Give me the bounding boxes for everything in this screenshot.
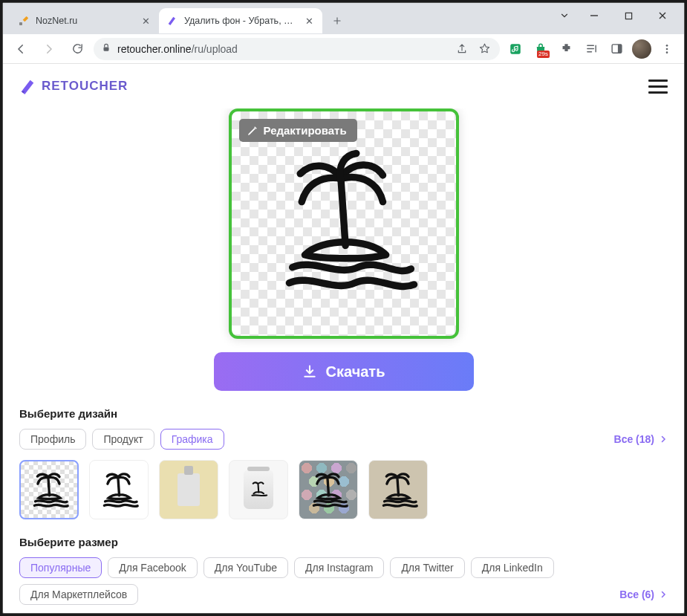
result-preview: Редактировать (229, 108, 459, 339)
size-chip-linkedin[interactable]: Для LinkedIn (471, 557, 554, 578)
size-chip-youtube[interactable]: Для YouTube (204, 557, 288, 578)
svg-rect-1 (625, 13, 631, 19)
window-controls (549, 3, 683, 28)
site-header: RETOUCHER (3, 64, 684, 108)
svg-point-6 (666, 45, 668, 47)
browser-tab-2[interactable]: Удалить фон - Убрать, вырезать ✕ (159, 8, 322, 33)
chevron-right-icon (659, 435, 668, 444)
design-thumbs (19, 460, 668, 519)
extension-music-icon[interactable] (504, 38, 527, 60)
extensions-icon[interactable] (555, 38, 577, 60)
size-chip-marketplaces[interactable]: Для Маркетплейсов (19, 584, 138, 605)
brand-label: RETOUCHER (42, 79, 128, 94)
star-icon[interactable] (476, 42, 492, 55)
brand-logo[interactable]: RETOUCHER (19, 78, 128, 94)
profile-avatar[interactable] (631, 38, 653, 60)
svg-point-8 (666, 51, 668, 54)
design-thumb-pattern[interactable] (299, 460, 358, 519)
design-see-all[interactable]: Все (18) (614, 433, 668, 445)
browser-toolbar: retoucher.online/ru/upload 29s (3, 34, 684, 64)
svg-rect-0 (19, 22, 22, 25)
wrench-icon (18, 15, 30, 27)
address-bar[interactable]: retoucher.online/ru/upload (94, 38, 500, 60)
retoucher-icon (166, 15, 178, 27)
size-chip-twitter[interactable]: Для Twitter (390, 557, 464, 578)
maximize-button[interactable] (611, 4, 645, 27)
svg-rect-2 (104, 47, 109, 51)
window-titlebar: NozNet.ru ✕ Удалить фон - Убрать, выреза… (3, 3, 684, 34)
size-chip-instagram[interactable]: Для Instagram (294, 557, 384, 578)
download-button[interactable]: Скачать (214, 352, 474, 391)
menu-icon[interactable] (656, 38, 678, 60)
size-chip-row: Популярные Для Facebook Для YouTube Для … (19, 557, 668, 605)
close-icon[interactable]: ✕ (303, 15, 315, 27)
minimize-button[interactable] (577, 4, 611, 27)
sidepanel-icon[interactable] (605, 38, 628, 60)
design-thumb-transparent[interactable] (19, 460, 79, 519)
retoucher-logo-icon (19, 78, 36, 94)
close-window-button[interactable] (645, 4, 680, 27)
size-see-all[interactable]: Все (6) (619, 589, 668, 600)
hamburger-menu[interactable] (648, 80, 668, 94)
back-button[interactable] (9, 37, 33, 61)
lock-icon (101, 42, 111, 55)
size-chip-facebook[interactable]: Для Facebook (108, 557, 198, 578)
tab-label: NozNet.ru (36, 16, 134, 26)
extension-shop-icon[interactable]: 29s (530, 38, 552, 60)
edit-label: Редактировать (264, 124, 347, 137)
design-chip-row: Профиль Продукт Графика Все (18) (19, 429, 668, 450)
close-icon[interactable]: ✕ (140, 15, 152, 27)
url-text: retoucher.online/ru/upload (117, 43, 448, 55)
design-thumb-white[interactable] (89, 460, 149, 519)
download-label: Скачать (326, 363, 385, 380)
browser-tab-1[interactable]: NozNet.ru ✕ (10, 8, 159, 33)
forward-button[interactable] (37, 37, 61, 61)
page-content: Редактировать (3, 108, 684, 613)
design-chip-profile[interactable]: Профиль (19, 429, 86, 450)
download-icon (302, 364, 317, 379)
design-section-title: Выберите дизайн (19, 407, 668, 420)
reading-list-icon[interactable] (580, 38, 602, 60)
design-chip-graphics[interactable]: Графика (160, 429, 224, 450)
design-thumb-cup[interactable] (229, 460, 288, 519)
share-icon[interactable] (454, 43, 470, 55)
design-thumb-beige[interactable] (368, 460, 428, 519)
design-chip-product[interactable]: Продукт (92, 429, 154, 450)
chevron-down-icon[interactable] (552, 4, 577, 27)
extension-badge: 29s (537, 51, 550, 58)
edit-button[interactable]: Редактировать (239, 119, 357, 142)
tab-label: Удалить фон - Убрать, вырезать (184, 16, 297, 26)
reload-button[interactable] (65, 37, 89, 61)
pencil-icon (247, 125, 258, 137)
svg-rect-5 (617, 45, 621, 53)
new-tab-button[interactable] (327, 10, 348, 31)
chevron-right-icon (659, 590, 668, 599)
design-thumb-usb[interactable] (159, 460, 218, 519)
size-section-title: Выберите размер (19, 536, 668, 548)
svg-point-7 (666, 48, 668, 50)
palm-island-icon (266, 146, 422, 302)
size-chip-popular[interactable]: Популярные (19, 557, 102, 578)
